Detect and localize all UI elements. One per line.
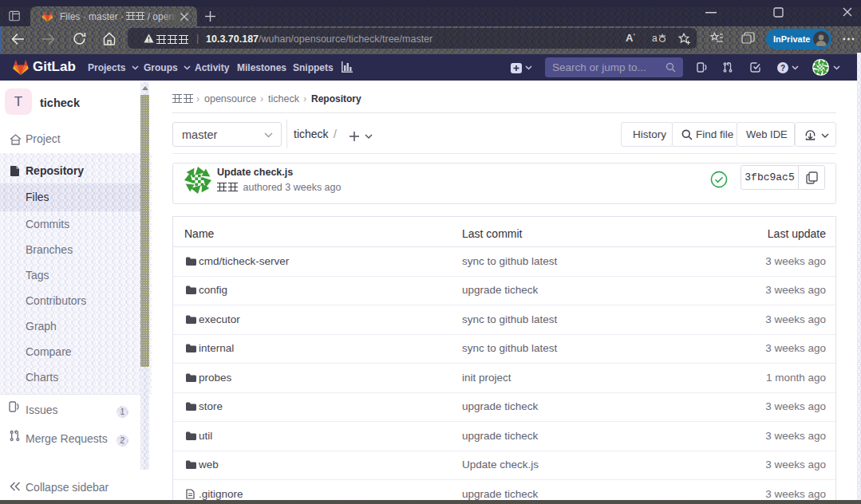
svg-text:?: ? <box>780 64 785 73</box>
